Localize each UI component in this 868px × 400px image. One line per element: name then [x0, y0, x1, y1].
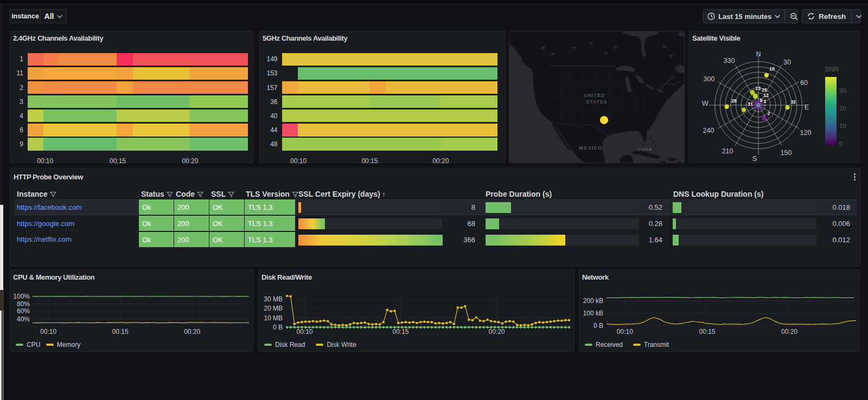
- svg-text:0: 0: [839, 140, 843, 147]
- svg-text:10: 10: [769, 66, 775, 72]
- svg-text:150: 150: [781, 149, 792, 157]
- svg-text:STATES: STATES: [586, 99, 607, 105]
- svg-text:28: 28: [731, 98, 737, 104]
- svg-text:20: 20: [839, 105, 846, 112]
- svg-text:120: 120: [800, 129, 812, 137]
- svg-text:SNR: SNR: [825, 66, 839, 73]
- svg-text:60: 60: [800, 79, 808, 87]
- svg-text:N: N: [756, 50, 761, 58]
- svg-text:25: 25: [762, 87, 767, 93]
- svg-text:30: 30: [839, 87, 846, 94]
- svg-text:23: 23: [755, 86, 761, 91]
- svg-text:2: 2: [767, 111, 770, 116]
- svg-text:E: E: [805, 104, 809, 111]
- svg-text:CUBA: CUBA: [637, 147, 652, 152]
- svg-text:12: 12: [763, 93, 769, 98]
- svg-text:8: 8: [760, 98, 762, 103]
- svg-text:330: 330: [724, 57, 735, 64]
- svg-text:UNITED: UNITED: [584, 93, 605, 98]
- svg-text:30: 30: [783, 59, 791, 66]
- svg-text:32: 32: [790, 99, 796, 105]
- svg-text:1: 1: [763, 99, 766, 104]
- svg-text:MEXICO: MEXICO: [579, 145, 602, 151]
- svg-text:10: 10: [839, 122, 846, 129]
- svg-text:300: 300: [704, 75, 715, 83]
- svg-text:240: 240: [703, 127, 714, 134]
- svg-text:31: 31: [748, 101, 753, 107]
- svg-text:210: 210: [722, 147, 733, 155]
- svg-text:S: S: [752, 155, 757, 163]
- svg-text:W: W: [702, 100, 709, 107]
